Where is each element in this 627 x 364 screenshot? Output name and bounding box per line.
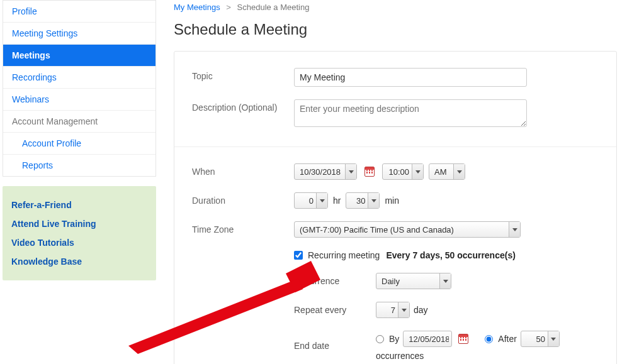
promo-link-training[interactable]: Attend Live Training — [11, 219, 147, 229]
label-topic: Topic — [192, 68, 294, 81]
sidebar-item-meetings[interactable]: Meetings — [3, 45, 155, 67]
recurring-checkbox[interactable] — [294, 251, 303, 260]
page-title: Schedule a Meeting — [174, 21, 617, 38]
label-after: After — [498, 334, 517, 344]
sidebar-item-recordings[interactable]: Recordings — [3, 67, 155, 89]
repeat-every-input[interactable] — [376, 302, 398, 317]
promo-link-refer[interactable]: Refer-a-Friend — [11, 200, 147, 210]
main-content: My Meetings > Schedule a Meeting Schedul… — [160, 0, 627, 364]
end-by-date-select[interactable] — [403, 331, 452, 347]
sidebar-item-profile[interactable]: Profile — [3, 1, 155, 23]
when-date-select[interactable] — [294, 163, 357, 180]
sidebar-item-reports[interactable]: Reports — [3, 155, 155, 176]
label-hr: hr — [333, 196, 341, 206]
promo-link-kb[interactable]: Knowledge Base — [11, 256, 147, 267]
recurrence-select[interactable]: Daily — [376, 273, 451, 289]
repeat-every-select[interactable] — [376, 302, 410, 318]
sidebar-item-account-management[interactable]: Account Management — [3, 111, 155, 133]
when-ampm-select[interactable]: AM — [429, 163, 465, 180]
duration-hr-select[interactable] — [294, 192, 328, 209]
duration-hr-input[interactable] — [295, 193, 316, 208]
label-recurring: Recurring meeting — [308, 250, 380, 260]
label-duration: Duration — [192, 192, 294, 206]
end-after-input[interactable] — [521, 331, 548, 346]
end-by-date-input[interactable] — [404, 331, 451, 346]
label-min: min — [385, 196, 399, 206]
when-date-input[interactable] — [295, 164, 345, 179]
calendar-icon[interactable] — [458, 334, 468, 344]
breadcrumb-root[interactable]: My Meetings — [174, 3, 220, 12]
sidebar-nav: Profile Meeting Settings Meetings Record… — [3, 0, 156, 177]
label-description: Description (Optional) — [192, 99, 294, 113]
breadcrumb: My Meetings > Schedule a Meeting — [174, 0, 617, 21]
breadcrumb-current: Schedule a Meeting — [237, 3, 310, 12]
timezone-select[interactable]: (GMT-7:00) Pacific Time (US and Canada) — [294, 221, 521, 238]
calendar-icon[interactable] — [364, 167, 375, 177]
label-recurrence: Recurrence — [294, 276, 376, 286]
end-after-select[interactable] — [521, 331, 560, 347]
topic-input[interactable] — [294, 68, 527, 87]
duration-min-input[interactable] — [346, 193, 368, 208]
sidebar-item-account-profile[interactable]: Account Profile — [3, 133, 155, 155]
recurring-summary: Every 7 days, 50 occurrence(s) — [386, 250, 515, 260]
label-when: When — [192, 163, 294, 177]
promo-link-tutorials[interactable]: Video Tutorials — [11, 238, 147, 248]
duration-min-select[interactable] — [346, 192, 380, 209]
label-by: By — [389, 334, 399, 344]
label-occurrences: occurrences — [376, 351, 424, 361]
end-by-radio[interactable] — [376, 335, 384, 343]
breadcrumb-sep: > — [226, 3, 231, 12]
label-timezone: Time Zone — [192, 221, 294, 234]
label-end-date: End date — [294, 341, 376, 351]
sidebar-item-meeting-settings[interactable]: Meeting Settings — [3, 23, 155, 45]
end-after-radio[interactable] — [485, 335, 493, 343]
promo-panel: Refer-a-Friend Attend Live Training Vide… — [3, 186, 156, 280]
sidebar-item-webinars[interactable]: Webinars — [3, 89, 155, 111]
label-repeat-every: Repeat every — [294, 305, 376, 315]
when-time-select[interactable] — [382, 163, 424, 180]
schedule-form: Topic Description (Optional) When — [174, 51, 617, 364]
when-time-input[interactable] — [383, 164, 412, 179]
description-textarea[interactable] — [294, 99, 527, 127]
label-day: day — [414, 305, 428, 315]
